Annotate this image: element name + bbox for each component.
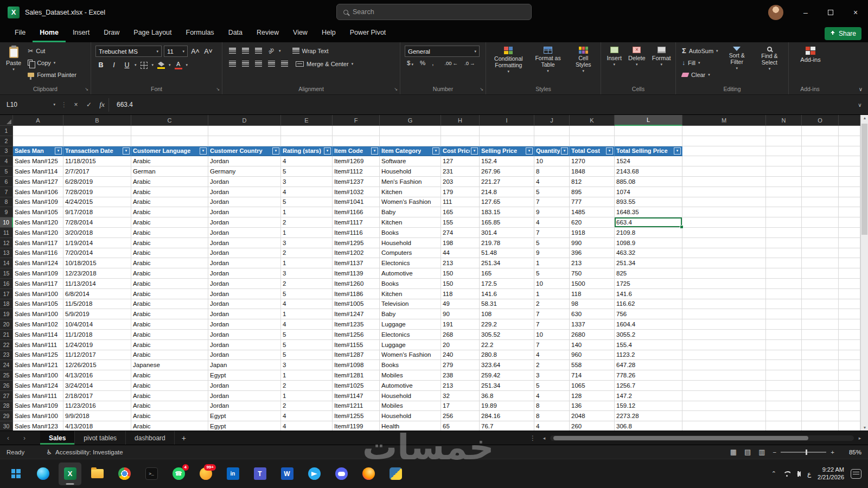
cell-D11[interactable]: Jordan [208, 228, 281, 238]
cell-E29[interactable]: 4 [281, 411, 333, 421]
column-header-F[interactable]: F [333, 115, 380, 126]
cell-J12[interactable]: 5 [534, 238, 570, 248]
cell-C29[interactable]: Arabic [131, 411, 208, 421]
cell-A22[interactable]: Sales Man#111 [13, 340, 63, 350]
cell-F27[interactable]: Item#1147 [333, 391, 380, 401]
cell-H23[interactable]: 240 [441, 350, 480, 361]
cell-F12[interactable]: Item#1295 [333, 238, 380, 248]
cell-N1[interactable] [766, 126, 802, 136]
cell-L22[interactable]: 155.4 [615, 340, 682, 350]
column-header-B[interactable]: B [63, 115, 131, 126]
cell-J1[interactable] [534, 126, 570, 136]
cell-N7[interactable] [766, 187, 802, 197]
cell-D23[interactable]: Jordan [208, 350, 281, 361]
format-as-table-button[interactable]: Format as Table▾ [530, 46, 566, 85]
cell-L5[interactable]: 2143.68 [615, 166, 682, 177]
cell-H16[interactable]: 150 [441, 279, 480, 289]
cell-B20[interactable]: 10/4/2014 [63, 319, 131, 330]
cell-A29[interactable]: Sales Man#100 [13, 411, 63, 421]
cell-H30[interactable]: 65 [441, 421, 480, 431]
cell-E9[interactable]: 1 [281, 207, 333, 217]
cell-H14[interactable]: 213 [441, 258, 480, 268]
cell-P25[interactable] [839, 370, 860, 381]
cell-H24[interactable]: 279 [441, 360, 480, 370]
cell-A15[interactable]: Sales Man#109 [13, 268, 63, 279]
cell-B14[interactable]: 10/18/2015 [63, 258, 131, 268]
accounting-format-button[interactable]: $▾ [405, 60, 416, 66]
cell-D30[interactable]: Egypt [208, 421, 281, 431]
cell-B1[interactable] [63, 126, 131, 136]
format-cells-button[interactable]: Format▾ [650, 46, 673, 85]
cell-A3[interactable]: Sales Man▼ [13, 146, 63, 157]
cell-D26[interactable]: Jordan [208, 381, 281, 391]
cell-I14[interactable]: 251.34 [480, 258, 534, 268]
minimize-button[interactable]: – [793, 0, 818, 24]
taskbar-linkedin-icon[interactable] [221, 463, 244, 485]
notification-center-icon[interactable] [851, 469, 861, 479]
cell-M5[interactable] [682, 166, 766, 177]
tab-insert[interactable]: Insert [66, 24, 97, 42]
cell-A14[interactable]: Sales Man#124 [13, 258, 63, 268]
cell-F30[interactable]: Item#1199 [333, 421, 380, 431]
cell-O27[interactable] [802, 391, 839, 401]
cell-N4[interactable] [766, 156, 802, 166]
cell-O14[interactable] [802, 258, 839, 268]
fill-button[interactable]: ↓Fill▾ [680, 57, 720, 68]
sheet-tab-Sales[interactable]: Sales [40, 431, 75, 445]
cell-G11[interactable]: Books [380, 228, 441, 238]
cell-O29[interactable] [802, 411, 839, 421]
cell-B19[interactable]: 5/9/2019 [63, 309, 131, 319]
dialog-launcher-icon[interactable]: ↘ [480, 85, 483, 93]
increase-decimal-button[interactable]: .00← [442, 60, 460, 66]
scroll-down-arrow-icon[interactable]: ▼ [861, 426, 868, 429]
cell-I18[interactable]: 58.31 [480, 299, 534, 310]
cell-L30[interactable]: 306.8 [615, 421, 682, 431]
cell-E26[interactable]: 2 [281, 381, 333, 391]
cell-J26[interactable]: 5 [534, 381, 570, 391]
column-header-K[interactable]: K [570, 115, 615, 126]
insert-cells-button[interactable]: Insert▾ [605, 46, 623, 85]
cell-G1[interactable] [380, 126, 441, 136]
cell-J3[interactable]: Quantity▼ [534, 146, 570, 157]
sheet-tab-pivot-tables[interactable]: pivot tables [75, 431, 126, 445]
row-header-7[interactable]: 7 [0, 187, 13, 197]
row-header-30[interactable]: 30 [0, 421, 13, 431]
cell-D6[interactable]: Jordan [208, 177, 281, 187]
cell-G25[interactable]: Mobiles [380, 370, 441, 381]
normal-view-button[interactable]: ▦ [730, 448, 737, 456]
column-header-E[interactable]: E [281, 115, 333, 126]
page-break-view-button[interactable]: ▥ [758, 448, 765, 456]
cell-D25[interactable]: Egypt [208, 370, 281, 381]
row-header-24[interactable]: 24 [0, 360, 13, 370]
cell-K26[interactable]: 1065 [570, 381, 615, 391]
cell-M16[interactable] [682, 279, 766, 289]
cell-F22[interactable]: Item#1155 [333, 340, 380, 350]
cell-E10[interactable]: 2 [281, 217, 333, 228]
borders-button[interactable] [139, 60, 150, 70]
cell-C24[interactable]: Japanese [131, 360, 208, 370]
cell-D7[interactable]: Jordan [208, 187, 281, 197]
cell-A1[interactable] [13, 126, 63, 136]
cell-L27[interactable]: 147.2 [615, 391, 682, 401]
cell-D21[interactable]: Jordan [208, 330, 281, 340]
cell-K8[interactable]: 777 [570, 197, 615, 208]
cell-B28[interactable]: 11/23/2016 [63, 401, 131, 412]
cell-E4[interactable]: 4 [281, 156, 333, 166]
cell-E1[interactable] [281, 126, 333, 136]
cell-E28[interactable]: 2 [281, 401, 333, 412]
cell-O19[interactable] [802, 309, 839, 319]
cell-L20[interactable]: 1604.4 [615, 319, 682, 330]
cell-C30[interactable]: Arabic [131, 421, 208, 431]
row-header-5[interactable]: 5 [0, 166, 13, 177]
filter-button-E[interactable]: ▼ [324, 147, 331, 155]
cell-P9[interactable] [839, 207, 860, 217]
tab-power-pivot[interactable]: Power Pivot [343, 24, 393, 42]
cell-G27[interactable]: Household [380, 391, 441, 401]
cell-H6[interactable]: 203 [441, 177, 480, 187]
filter-button-B[interactable]: ▼ [123, 147, 130, 155]
cell-K4[interactable]: 1270 [570, 156, 615, 166]
cell-F13[interactable]: Item#1202 [333, 248, 380, 259]
language-indicator[interactable]: ع [807, 470, 811, 478]
cell-A27[interactable]: Sales Man#111 [13, 391, 63, 401]
cell-J15[interactable]: 5 [534, 268, 570, 279]
